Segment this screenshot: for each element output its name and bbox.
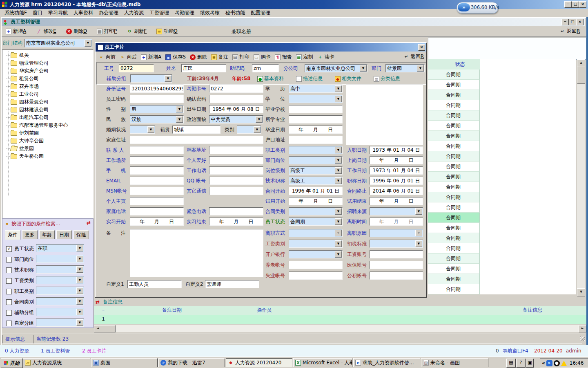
date-input[interactable]: 年 月 日 bbox=[289, 197, 343, 205]
date-input[interactable]: 2014 年 06 月 01 日 bbox=[370, 187, 423, 195]
restore-panel-icon[interactable]: ▣ bbox=[526, 359, 534, 368]
condition-select[interactable]: ▼ bbox=[36, 255, 84, 263]
dropdown[interactable]: ▼ bbox=[370, 207, 423, 215]
grid-cell-status[interactable]: 合同期 bbox=[440, 100, 480, 110]
window-tab-2[interactable]: 2 员工卡片 bbox=[82, 345, 106, 357]
date-input[interactable]: 年 月 日 bbox=[130, 218, 184, 226]
card-toolbar-button-5[interactable]: ≡备注 bbox=[210, 53, 229, 61]
grid-row-indicator[interactable] bbox=[428, 172, 440, 182]
text-input[interactable]: 城镇 bbox=[172, 126, 220, 134]
h-scrollbar[interactable]: ◄ ► bbox=[94, 325, 586, 332]
filter-tab-3[interactable]: 日期 bbox=[56, 230, 72, 239]
tree-item-7[interactable]: 园林建设公司 bbox=[6, 106, 49, 113]
taskbar-item-5[interactable]: e求助_人力资源软件使... bbox=[353, 358, 420, 367]
chevron-down-icon[interactable]: ▼ bbox=[76, 298, 83, 305]
menu-item-8[interactable]: 绩效考核 bbox=[197, 9, 223, 16]
dropdown[interactable]: ▼ bbox=[370, 240, 423, 248]
menu-item-6[interactable]: 工资管理 bbox=[147, 9, 172, 16]
taskbar-item-2[interactable]: »我的下载 - 迅雷7 bbox=[158, 358, 225, 367]
grid-row-indicator[interactable] bbox=[428, 192, 440, 202]
grid-cell-status[interactable]: 合同期 bbox=[440, 192, 480, 202]
nav-window-label[interactable]: 导航窗口F4 bbox=[503, 345, 528, 357]
card-toolbar-button-3[interactable]: ▪保存S bbox=[164, 53, 187, 61]
info-tab-2[interactable]: ◆相关文件 bbox=[335, 75, 361, 82]
date-input[interactable]: 1973 年 01 月 04 日 bbox=[370, 166, 423, 175]
grid-cell-status[interactable]: 合同期 bbox=[440, 151, 480, 162]
grid-row-indicator[interactable] bbox=[428, 264, 440, 274]
filter-tab-0[interactable]: 条件 bbox=[5, 230, 20, 240]
text-input[interactable] bbox=[370, 250, 423, 258]
text-input[interactable] bbox=[130, 166, 184, 175]
grid-row-indicator[interactable] bbox=[428, 100, 440, 110]
menu-item-0[interactable]: 系统功能F bbox=[2, 9, 30, 16]
dropdown[interactable]: 合同期▼ bbox=[289, 218, 343, 226]
toolbar-button-4[interactable]: ↻刷新F bbox=[124, 27, 149, 36]
text-input[interactable] bbox=[209, 207, 263, 215]
menu-item-10[interactable]: 配置管理 bbox=[248, 9, 273, 16]
condition-select[interactable]: ▼ bbox=[36, 297, 84, 305]
dept-select[interactable]: 盆景园▼ bbox=[385, 64, 425, 72]
toolbar-button-5[interactable]: ≡功能O bbox=[154, 27, 180, 36]
toolbar-button-2[interactable]: ×删除D bbox=[64, 27, 89, 36]
tree-item-13[interactable]: 天生桥公园 bbox=[6, 153, 44, 160]
grid-cell-status[interactable]: 合同期 bbox=[440, 80, 480, 90]
card-toolbar-button-6[interactable]: ▤打印 bbox=[231, 53, 251, 61]
condition-select[interactable]: ▼ bbox=[36, 276, 84, 284]
tree-item-9[interactable]: 汽配市场管理服务中心 bbox=[6, 122, 68, 129]
grid-cell-status[interactable]: 合同期 bbox=[440, 243, 480, 254]
grid-cell-status[interactable]: 合同期 bbox=[440, 70, 480, 80]
name-field[interactable]: 庄民 bbox=[181, 64, 226, 72]
taskbar-item-3[interactable]: ◆人力资源-20120420 bbox=[226, 358, 292, 367]
scroll-thumb[interactable] bbox=[577, 67, 585, 84]
dropdown[interactable]: 高级工▼ bbox=[289, 166, 343, 175]
text-input[interactable] bbox=[209, 95, 263, 103]
chevron-down-icon[interactable]: ▼ bbox=[147, 126, 154, 133]
text-input[interactable] bbox=[209, 177, 263, 185]
menu-item-1[interactable]: 窗口 bbox=[30, 9, 45, 16]
toolbar-button-0[interactable]: +新增A bbox=[3, 27, 29, 36]
chevron-down-icon[interactable]: ▼ bbox=[335, 147, 342, 153]
chevron-down-icon[interactable]: ▼ bbox=[415, 208, 422, 215]
chevron-down-icon[interactable]: ▼ bbox=[415, 240, 422, 247]
tray-chevron[interactable]: « bbox=[542, 360, 545, 366]
condition-checkbox[interactable] bbox=[6, 321, 12, 326]
grid-cell-status[interactable]: 合同期 bbox=[440, 202, 480, 213]
maximize-button[interactable]: □ bbox=[572, 1, 579, 8]
mdi-close-button[interactable]: × bbox=[576, 19, 584, 25]
keyboard-icon[interactable]: ▤ bbox=[506, 359, 516, 368]
dropdown[interactable]: ▼ bbox=[289, 95, 343, 103]
chevron-down-icon[interactable]: ▼ bbox=[335, 208, 342, 215]
grid-cell-status[interactable]: 合同期 bbox=[440, 131, 480, 141]
swap-icon[interactable]: ⇄ bbox=[87, 220, 91, 226]
text-input[interactable] bbox=[289, 136, 343, 144]
grid-cell-status[interactable]: 合同期 bbox=[440, 121, 480, 131]
notes-cell-3[interactable] bbox=[298, 315, 586, 324]
text-input[interactable] bbox=[130, 156, 184, 164]
chevron-down-icon[interactable]: ▼ bbox=[335, 167, 342, 174]
grid-cell-status[interactable]: 合同期 bbox=[440, 254, 480, 264]
minimize-button[interactable]: ─ bbox=[564, 1, 572, 8]
tree-item-5[interactable]: 工业公司 bbox=[6, 91, 39, 98]
tree-item-2[interactable]: 华实房产公司 bbox=[6, 67, 49, 74]
date-input[interactable]: 1973 年 01 月 04 日 bbox=[370, 146, 423, 154]
text-input[interactable] bbox=[209, 146, 263, 154]
text-input[interactable] bbox=[289, 105, 343, 113]
taskbar-item-6[interactable]: ▨未命名 - 画图 bbox=[421, 358, 488, 367]
condition-select[interactable]: ▼ bbox=[36, 308, 84, 316]
thunder-tray-icon[interactable]: » bbox=[546, 360, 552, 366]
date-input[interactable]: 1954 年 06 月 08 日 bbox=[209, 105, 263, 113]
text-input[interactable] bbox=[130, 207, 184, 215]
v-scrollbar[interactable]: ▲ ▼ bbox=[577, 59, 585, 296]
chevron-down-icon[interactable]: ▼ bbox=[256, 116, 263, 123]
condition-select[interactable]: ▼ bbox=[36, 265, 84, 274]
menu-item-5[interactable]: 人力资源 bbox=[121, 9, 147, 16]
condition-checkbox[interactable] bbox=[6, 299, 12, 305]
grid-row-indicator[interactable] bbox=[428, 202, 440, 213]
grid-row-indicator[interactable] bbox=[428, 162, 440, 172]
condition-checkbox[interactable] bbox=[6, 267, 12, 273]
tree-item-6[interactable]: 园林景观公司 bbox=[6, 99, 49, 105]
card-toolbar-button-0[interactable]: «向前 bbox=[97, 53, 117, 61]
text-input[interactable]: 0272 bbox=[209, 85, 263, 93]
dropdown[interactable]: 男▼ bbox=[130, 105, 184, 113]
dialog-close-button[interactable]: × bbox=[418, 44, 425, 51]
